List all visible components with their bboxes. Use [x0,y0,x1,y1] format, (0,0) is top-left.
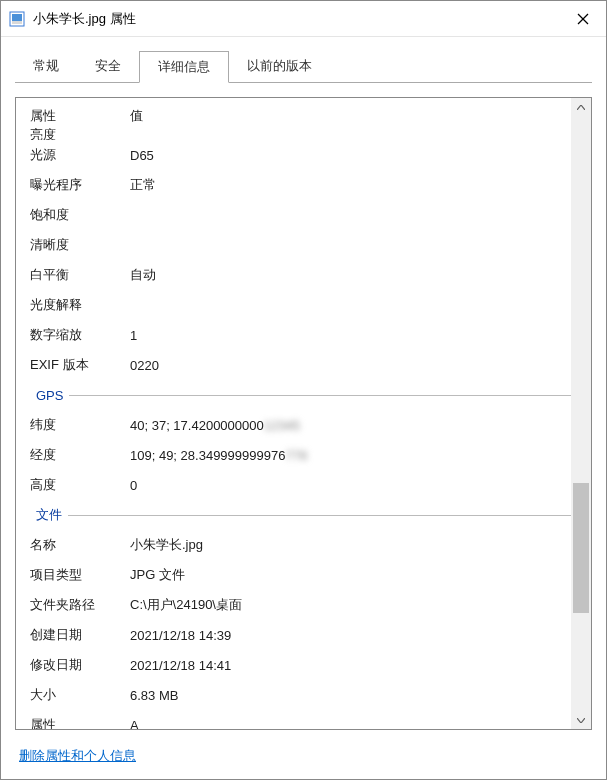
row-file-name[interactable]: 名称 小朱学长.jpg [30,530,571,560]
properties-window: 小朱学长.jpg 属性 常规 安全 详细信息 以前的版本 属性 值 亮度 光源 [0,0,607,780]
remove-properties-link[interactable]: 删除属性和个人信息 [19,748,136,763]
row-attributes[interactable]: 属性 A [30,710,571,729]
close-icon [577,13,589,25]
prop-value: 0 [130,478,571,493]
row-longitude[interactable]: 经度 109; 49; 28.349999999976778 [30,440,571,470]
row-light-source[interactable]: 光源 D65 [30,140,571,170]
prop-label: 修改日期 [30,656,130,674]
prop-label: 数字缩放 [30,326,130,344]
tab-strip: 常规 安全 详细信息 以前的版本 [1,37,606,83]
redacted-text: 778 [285,448,307,463]
tab-details[interactable]: 详细信息 [139,51,229,83]
prop-value: 109; 49; 28.349999999976778 [130,448,571,463]
scroll-down-arrow-icon[interactable] [571,711,591,729]
tab-security[interactable]: 安全 [77,51,139,83]
list-header: 属性 值 [30,104,571,128]
bottom-actions: 删除属性和个人信息 [15,730,592,765]
row-altitude[interactable]: 高度 0 [30,470,571,500]
details-list-box: 属性 值 亮度 光源 D65 曝光程序 正常 饱和度 清晰度 [15,97,592,730]
prop-value: 正常 [130,176,571,194]
prop-value: 1 [130,328,571,343]
header-value: 值 [130,107,571,125]
prop-value: 0220 [130,358,571,373]
row-digital-zoom[interactable]: 数字缩放 1 [30,320,571,350]
redacted-text: 12345 [264,418,300,433]
prop-label: 文件夹路径 [30,596,130,614]
row-latitude[interactable]: 纬度 40; 37; 17.420000000012345 [30,410,571,440]
partial-row-brightness: 亮度 [30,128,571,140]
section-label: 文件 [30,506,68,524]
row-sharpness[interactable]: 清晰度 [30,230,571,260]
scroll-up-arrow-icon[interactable] [571,98,591,116]
prop-label: 属性 [30,716,130,729]
prop-label: 创建日期 [30,626,130,644]
row-modified-date[interactable]: 修改日期 2021/12/18 14:41 [30,650,571,680]
svg-rect-2 [12,21,22,24]
svg-rect-1 [12,14,22,21]
section-file: 文件 [30,500,571,530]
prop-label: 纬度 [30,416,130,434]
scrollbar[interactable] [571,98,591,729]
prop-label: 项目类型 [30,566,130,584]
prop-label: 经度 [30,446,130,464]
tab-previous-versions[interactable]: 以前的版本 [229,51,330,83]
close-button[interactable] [560,1,606,37]
row-exif-version[interactable]: EXIF 版本 0220 [30,350,571,380]
details-list: 属性 值 亮度 光源 D65 曝光程序 正常 饱和度 清晰度 [16,98,571,729]
prop-label: 清晰度 [30,236,130,254]
titlebar: 小朱学长.jpg 属性 [1,1,606,37]
section-gps: GPS [30,380,571,410]
section-label: GPS [30,388,69,403]
header-property: 属性 [30,107,130,125]
prop-label: 高度 [30,476,130,494]
prop-value: C:\用户\24190\桌面 [130,596,571,614]
prop-label: EXIF 版本 [30,356,130,374]
row-item-type[interactable]: 项目类型 JPG 文件 [30,560,571,590]
prop-label: 光度解释 [30,296,130,314]
prop-label: 大小 [30,686,130,704]
prop-value: A [130,718,571,730]
row-photometric[interactable]: 光度解释 [30,290,571,320]
prop-value: 自动 [130,266,571,284]
value-text: 109; 49; 28.349999999976 [130,448,285,463]
row-created-date[interactable]: 创建日期 2021/12/18 14:39 [30,620,571,650]
scrollbar-thumb[interactable] [573,483,589,613]
value-text: 40; 37; 17.4200000000 [130,418,264,433]
prop-value: D65 [130,148,571,163]
content-area: 属性 值 亮度 光源 D65 曝光程序 正常 饱和度 清晰度 [1,83,606,779]
row-saturation[interactable]: 饱和度 [30,200,571,230]
prop-label: 光源 [30,146,130,164]
row-white-balance[interactable]: 白平衡 自动 [30,260,571,290]
prop-value: 2021/12/18 14:39 [130,628,571,643]
prop-label: 饱和度 [30,206,130,224]
prop-value: 2021/12/18 14:41 [130,658,571,673]
prop-label: 曝光程序 [30,176,130,194]
row-folder-path[interactable]: 文件夹路径 C:\用户\24190\桌面 [30,590,571,620]
prop-value: 6.83 MB [130,688,571,703]
prop-label: 名称 [30,536,130,554]
section-divider [69,395,571,396]
file-type-icon [9,11,25,27]
section-divider [68,515,571,516]
row-size[interactable]: 大小 6.83 MB [30,680,571,710]
prop-value: JPG 文件 [130,566,571,584]
prop-value: 40; 37; 17.420000000012345 [130,418,571,433]
prop-label: 白平衡 [30,266,130,284]
tab-general[interactable]: 常规 [15,51,77,83]
window-title: 小朱学长.jpg 属性 [33,10,560,28]
prop-value: 小朱学长.jpg [130,536,571,554]
row-exposure-program[interactable]: 曝光程序 正常 [30,170,571,200]
